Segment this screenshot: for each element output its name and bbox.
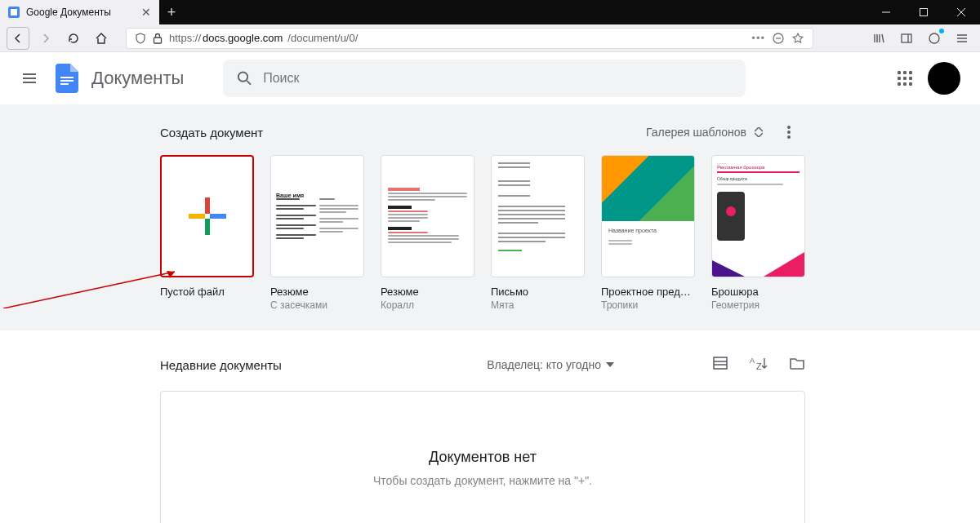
url-prefix: https:// — [169, 32, 201, 44]
template-label: Проектное пред… — [601, 286, 695, 298]
svg-point-16 — [787, 126, 791, 129]
library-button[interactable] — [867, 27, 890, 50]
browser-tab[interactable]: Google Документы ✕ — [0, 0, 159, 24]
svg-point-17 — [787, 131, 791, 134]
window-minimize-button[interactable] — [867, 0, 905, 24]
gallery-label: Галерея шаблонов — [646, 126, 746, 139]
template-thumb: Название проекта — [601, 155, 695, 277]
empty-title: Документов нет — [161, 449, 804, 466]
template-sub: Геометрия — [711, 299, 805, 311]
search-icon — [236, 69, 253, 87]
templates-title: Создать документ — [160, 126, 263, 140]
lock-icon — [153, 33, 163, 44]
template-brochure[interactable]: ——— Рекламная брошюра Обзор продукта Бро… — [711, 155, 805, 311]
empty-sub: Чтобы создать документ, нажмите на "+". — [161, 474, 804, 487]
template-label: Брошюра — [711, 286, 805, 298]
template-sub: Тропики — [601, 299, 695, 311]
svg-line-14 — [3, 272, 175, 308]
bookmark-star-icon[interactable] — [791, 32, 804, 45]
plus-icon — [189, 197, 226, 235]
template-thumb: Ваше имя — [270, 155, 364, 277]
svg-point-12 — [238, 72, 247, 81]
svg-rect-11 — [60, 83, 69, 85]
template-sub: С засечками — [270, 299, 364, 311]
unfold-icon — [755, 127, 763, 137]
url-path: /document/u/0/ — [287, 32, 358, 44]
list-view-button[interactable] — [712, 355, 728, 375]
svg-text:Z: Z — [756, 361, 762, 371]
main-menu-button[interactable] — [13, 62, 46, 95]
tab-close-button[interactable]: ✕ — [141, 6, 151, 19]
svg-rect-19 — [714, 357, 727, 369]
svg-rect-1 — [920, 9, 928, 16]
template-resume-serif[interactable]: Ваше имя Резюме С засечка — [270, 155, 364, 311]
search-input[interactable] — [263, 71, 733, 86]
reader-icon[interactable] — [772, 32, 785, 45]
recent-section: Недавние документы Владелец: кто угодно … — [160, 330, 805, 523]
template-thumb — [491, 155, 585, 277]
tab-title: Google Документы — [26, 7, 135, 18]
window-maximize-button[interactable] — [905, 0, 942, 24]
recent-title: Недавние документы — [160, 358, 282, 372]
template-blank[interactable]: Пустой файл — [160, 155, 254, 311]
account-avatar[interactable] — [928, 62, 960, 95]
shield-icon — [135, 33, 146, 44]
browser-menu-button[interactable] — [951, 27, 973, 50]
dropdown-icon — [606, 362, 614, 367]
templates-more-button[interactable] — [773, 116, 805, 148]
new-tab-button[interactable]: + — [159, 0, 184, 24]
back-button[interactable] — [7, 27, 29, 50]
template-thumb — [381, 155, 474, 277]
window-close-button[interactable] — [942, 0, 980, 24]
owner-filter-button[interactable]: Владелец: кто угодно — [487, 358, 614, 371]
apps-grid-icon — [898, 71, 912, 86]
template-label: Резюме — [381, 286, 474, 298]
template-resume-coral[interactable]: Резюме Коралл — [381, 155, 474, 311]
url-more-icon[interactable]: ••• — [751, 32, 765, 44]
app-header: Документы — [0, 52, 980, 104]
url-domain: docs.google.com — [203, 32, 283, 44]
template-label: Письмо — [491, 286, 585, 298]
extension-button[interactable] — [923, 27, 946, 50]
svg-point-18 — [787, 135, 791, 139]
owner-filter-label: Владелец: кто угодно — [487, 358, 601, 371]
svg-rect-9 — [60, 77, 74, 78]
svg-text:A: A — [750, 357, 755, 365]
docs-favicon — [8, 7, 20, 18]
svg-rect-4 — [154, 38, 162, 43]
template-gallery-button[interactable]: Галерея шаблонов — [639, 121, 769, 144]
template-sub: Мята — [491, 299, 585, 311]
apps-button[interactable] — [889, 62, 921, 95]
browser-titlebar: Google Документы ✕ + — [0, 0, 980, 24]
svg-line-13 — [247, 80, 252, 84]
home-button[interactable] — [90, 27, 113, 50]
template-label: Пустой файл — [160, 286, 254, 298]
template-project-proposal[interactable]: Название проекта Проектное пред… Тропики — [601, 155, 695, 311]
template-sub: Коралл — [381, 299, 474, 311]
browser-address-bar: https://docs.google.com/document/u/0/ ••… — [0, 24, 980, 52]
template-label: Резюме — [270, 286, 364, 298]
svg-rect-6 — [902, 34, 911, 42]
svg-point-8 — [929, 33, 939, 43]
open-picker-button[interactable] — [789, 355, 805, 375]
svg-rect-10 — [60, 80, 74, 82]
empty-state: Документов нет Чтобы создать документ, н… — [160, 391, 805, 523]
template-letter-mint[interactable]: Письмо Мята — [491, 155, 585, 311]
forward-button[interactable] — [34, 27, 57, 50]
product-name: Документы — [91, 68, 184, 89]
template-thumb: ——— Рекламная брошюра Обзор продукта — [711, 155, 805, 277]
template-blank-thumb — [160, 155, 254, 277]
search-box[interactable] — [223, 60, 746, 97]
reload-button[interactable] — [62, 27, 85, 50]
url-field[interactable]: https://docs.google.com/document/u/0/ ••… — [126, 28, 813, 49]
sidebar-button[interactable] — [895, 27, 918, 50]
docs-logo[interactable] — [52, 64, 82, 93]
templates-section: Создать документ Галерея шаблонов — [0, 104, 980, 330]
sort-button[interactable]: AZ — [750, 355, 768, 375]
